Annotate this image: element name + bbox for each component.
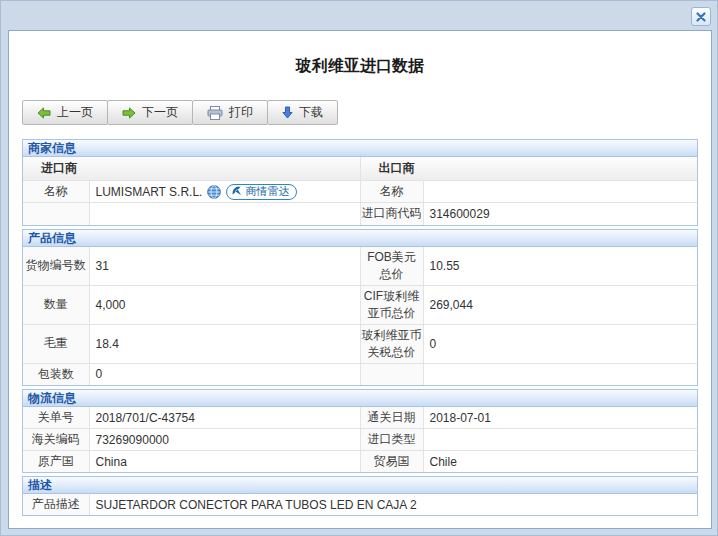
exporter-group-header: 出口商 <box>360 157 697 181</box>
section-merchant: 商家信息 进口商 出口商 名称 LUMISMART S.R.L. <box>22 139 698 226</box>
trade-country-label: 贸易国 <box>360 451 423 473</box>
empty-value-cell <box>423 363 697 385</box>
page-title: 玻利维亚进口数据 <box>22 56 698 77</box>
section-header-logistics: 物流信息 <box>23 390 697 407</box>
arrow-down-icon <box>282 106 293 119</box>
clearance-date-value: 2018-07-01 <box>423 407 697 429</box>
description-table: 产品描述 SUJETARDOR CONECTOR PARA TUBOS LED … <box>23 494 697 515</box>
origin-country-label: 原产国 <box>23 451 89 473</box>
empty-value-cell <box>89 203 360 225</box>
import-type-label: 进口类型 <box>360 429 423 451</box>
empty-label-cell <box>360 363 423 385</box>
fob-usd-label: FOB美元总价 <box>360 247 423 286</box>
section-description: 描述 产品描述 SUJETARDOR CONECTOR PARA TUBOS L… <box>22 476 698 516</box>
exporter-name-value <box>423 181 697 203</box>
section-header-description: 描述 <box>23 477 697 494</box>
download-label: 下载 <box>299 104 323 121</box>
table-row: 数量 4,000 CIF玻利维亚币总价 269,044 <box>23 285 697 324</box>
tariff-total-value: 0 <box>423 324 697 363</box>
gross-weight-value: 18.4 <box>89 324 360 363</box>
toolbar: 上一页 下一页 打印 <box>22 100 698 125</box>
section-logistics: 物流信息 关单号 2018/701/C-43754 通关日期 2018-07-0… <box>22 389 698 473</box>
fob-usd-value: 10.55 <box>423 247 697 286</box>
table-row: 海关编码 73269090000 进口类型 <box>23 429 697 451</box>
package-count-label: 包装数 <box>23 363 89 385</box>
logistics-table: 关单号 2018/701/C-43754 通关日期 2018-07-01 海关编… <box>23 407 697 472</box>
clearance-date-label: 通关日期 <box>360 407 423 429</box>
table-row: 关单号 2018/701/C-43754 通关日期 2018-07-01 <box>23 407 697 429</box>
radar-icon <box>231 185 242 198</box>
table-row: 毛重 18.4 玻利维亚币关税总价 0 <box>23 324 697 363</box>
download-button[interactable]: 下载 <box>267 100 338 125</box>
section-header-product: 产品信息 <box>23 230 697 247</box>
prev-page-button[interactable]: 上一页 <box>22 100 108 125</box>
origin-country-value: China <box>89 451 360 473</box>
customs-doc-value: 2018/701/C-43754 <box>89 407 360 429</box>
table-row: 进口商代码 314600029 <box>23 203 697 225</box>
trade-country-value: Chile <box>423 451 697 473</box>
next-page-label: 下一页 <box>142 104 178 121</box>
close-button[interactable] <box>691 7 711 26</box>
dialog-panel: 玻利维亚进口数据 上一页 下一页 <box>8 30 712 529</box>
cif-total-value: 269,044 <box>423 285 697 324</box>
hs-code-label: 海关编码 <box>23 429 89 451</box>
print-button[interactable]: 打印 <box>192 100 268 125</box>
business-radar-badge[interactable]: 商情雷达 <box>226 184 297 200</box>
importer-code-label: 进口商代码 <box>360 203 423 225</box>
empty-label-cell <box>23 203 89 225</box>
cif-total-label: CIF玻利维亚币总价 <box>360 285 423 324</box>
table-row: 产品描述 SUJETARDOR CONECTOR PARA TUBOS LED … <box>23 494 697 515</box>
cargo-count-label: 货物编号数 <box>23 247 89 286</box>
next-page-button[interactable]: 下一页 <box>107 100 193 125</box>
table-row: 名称 LUMISMART S.R.L. <box>23 181 697 203</box>
product-description-label: 产品描述 <box>23 494 89 515</box>
importer-name-label: 名称 <box>23 181 89 203</box>
cargo-count-value: 31 <box>89 247 360 286</box>
importer-group-header: 进口商 <box>23 157 360 181</box>
importer-name-cell: LUMISMART S.R.L. <box>89 181 360 203</box>
package-count-value: 0 <box>89 363 360 385</box>
radar-badge-label: 商情雷达 <box>245 184 289 199</box>
quantity-label: 数量 <box>23 285 89 324</box>
customs-doc-label: 关单号 <box>23 407 89 429</box>
close-icon <box>696 8 706 26</box>
product-table: 货物编号数 31 FOB美元总价 10.55 数量 4,000 CIF玻利维亚币… <box>23 247 697 386</box>
product-description-value: SUJETARDOR CONECTOR PARA TUBOS LED EN CA… <box>89 494 697 515</box>
importer-code-value: 314600029 <box>423 203 697 225</box>
arrow-right-icon <box>122 107 136 119</box>
printer-icon <box>207 106 223 120</box>
table-row: 进口商 出口商 <box>23 157 697 181</box>
arrow-left-icon <box>37 107 51 119</box>
import-type-value <box>423 429 697 451</box>
hs-code-value: 73269090000 <box>89 429 360 451</box>
tariff-total-label: 玻利维亚币关税总价 <box>360 324 423 363</box>
prev-page-label: 上一页 <box>57 104 93 121</box>
dialog-window: 玻利维亚进口数据 上一页 下一页 <box>0 0 718 536</box>
table-row: 货物编号数 31 FOB美元总价 10.55 <box>23 247 697 286</box>
importer-name-value: LUMISMART S.R.L. <box>96 185 203 199</box>
gross-weight-label: 毛重 <box>23 324 89 363</box>
exporter-name-label: 名称 <box>360 181 423 203</box>
globe-icon[interactable] <box>207 185 221 199</box>
section-product: 产品信息 货物编号数 31 FOB美元总价 10.55 数量 4,000 CIF… <box>22 229 698 387</box>
section-header-merchant: 商家信息 <box>23 140 697 157</box>
detail-tables: 商家信息 进口商 出口商 名称 LUMISMART S.R.L. <box>22 139 698 516</box>
table-row: 包装数 0 <box>23 363 697 385</box>
quantity-value: 4,000 <box>89 285 360 324</box>
merchant-table: 进口商 出口商 名称 LUMISMART S.R.L. <box>23 157 697 225</box>
table-row: 原产国 China 贸易国 Chile <box>23 451 697 473</box>
print-label: 打印 <box>229 104 253 121</box>
